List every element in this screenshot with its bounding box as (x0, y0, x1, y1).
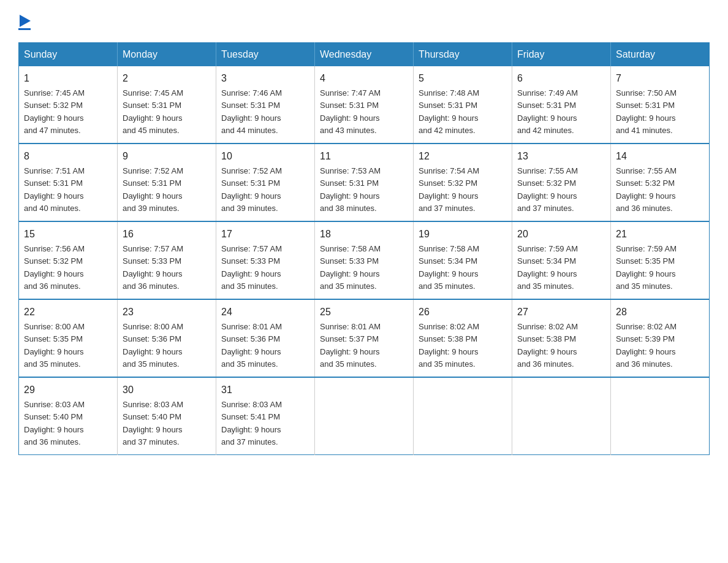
day-info: Sunrise: 7:59 AMSunset: 5:35 PMDaylight:… (616, 244, 677, 291)
calendar-cell (315, 377, 414, 455)
day-info: Sunrise: 7:47 AMSunset: 5:31 PMDaylight:… (320, 88, 381, 135)
day-info: Sunrise: 7:54 AMSunset: 5:32 PMDaylight:… (419, 166, 479, 213)
weekday-header-monday: Monday (118, 43, 216, 67)
logo-underline (18, 28, 31, 30)
day-info: Sunrise: 8:01 AMSunset: 5:36 PMDaylight:… (221, 322, 282, 369)
calendar-cell: 16 Sunrise: 7:57 AMSunset: 5:33 PMDaylig… (118, 221, 216, 299)
weekday-header-friday: Friday (512, 43, 611, 67)
day-info: Sunrise: 7:45 AMSunset: 5:31 PMDaylight:… (123, 88, 183, 135)
day-info: Sunrise: 7:58 AMSunset: 5:33 PMDaylight:… (320, 244, 381, 291)
weekday-header-row: SundayMondayTuesdayWednesdayThursdayFrid… (19, 43, 710, 67)
calendar-cell: 2 Sunrise: 7:45 AMSunset: 5:31 PMDayligh… (118, 66, 216, 144)
calendar-cell: 5 Sunrise: 7:48 AMSunset: 5:31 PMDayligh… (414, 66, 512, 144)
day-number: 15 (24, 227, 112, 242)
calendar-cell: 3 Sunrise: 7:46 AMSunset: 5:31 PMDayligh… (216, 66, 315, 144)
day-number: 20 (517, 227, 605, 242)
day-number: 5 (419, 71, 507, 86)
day-number: 30 (123, 383, 211, 397)
calendar-cell: 23 Sunrise: 8:00 AMSunset: 5:36 PMDaylig… (118, 299, 216, 377)
calendar-cell: 31 Sunrise: 8:03 AMSunset: 5:41 PMDaylig… (216, 377, 315, 455)
calendar-cell: 26 Sunrise: 8:02 AMSunset: 5:38 PMDaylig… (414, 299, 512, 377)
calendar-cell (414, 377, 512, 455)
calendar-table: SundayMondayTuesdayWednesdayThursdayFrid… (18, 42, 710, 455)
logo-arrow-icon (20, 15, 31, 27)
calendar-cell: 29 Sunrise: 8:03 AMSunset: 5:40 PMDaylig… (19, 377, 118, 455)
day-info: Sunrise: 7:49 AMSunset: 5:31 PMDaylight:… (517, 88, 578, 135)
calendar-cell: 6 Sunrise: 7:49 AMSunset: 5:31 PMDayligh… (512, 66, 611, 144)
day-number: 22 (24, 305, 112, 320)
day-number: 10 (221, 149, 309, 164)
calendar-week-3: 15 Sunrise: 7:56 AMSunset: 5:32 PMDaylig… (19, 221, 710, 299)
calendar-cell: 22 Sunrise: 8:00 AMSunset: 5:35 PMDaylig… (19, 299, 118, 377)
day-info: Sunrise: 7:45 AMSunset: 5:32 PMDaylight:… (24, 88, 85, 135)
calendar-cell: 24 Sunrise: 8:01 AMSunset: 5:36 PMDaylig… (216, 299, 315, 377)
day-info: Sunrise: 8:03 AMSunset: 5:40 PMDaylight:… (24, 400, 85, 446)
calendar-cell: 7 Sunrise: 7:50 AMSunset: 5:31 PMDayligh… (611, 66, 710, 144)
calendar-cell: 20 Sunrise: 7:59 AMSunset: 5:34 PMDaylig… (512, 221, 611, 299)
day-info: Sunrise: 7:58 AMSunset: 5:34 PMDaylight:… (419, 244, 479, 291)
day-number: 7 (616, 71, 704, 86)
calendar-cell: 9 Sunrise: 7:52 AMSunset: 5:31 PMDayligh… (118, 144, 216, 221)
day-info: Sunrise: 8:02 AMSunset: 5:38 PMDaylight:… (517, 322, 578, 369)
day-info: Sunrise: 8:03 AMSunset: 5:41 PMDaylight:… (221, 400, 282, 446)
weekday-header-saturday: Saturday (611, 43, 710, 67)
day-number: 11 (320, 149, 408, 164)
calendar-cell: 18 Sunrise: 7:58 AMSunset: 5:33 PMDaylig… (315, 221, 414, 299)
day-number: 4 (320, 71, 408, 86)
day-number: 18 (320, 227, 408, 242)
calendar-cell: 28 Sunrise: 8:02 AMSunset: 5:39 PMDaylig… (611, 299, 710, 377)
weekday-header-wednesday: Wednesday (315, 43, 414, 67)
day-info: Sunrise: 8:01 AMSunset: 5:37 PMDaylight:… (320, 322, 381, 369)
day-info: Sunrise: 7:55 AMSunset: 5:32 PMDaylight:… (616, 166, 677, 213)
day-info: Sunrise: 7:55 AMSunset: 5:32 PMDaylight:… (517, 166, 578, 213)
calendar-cell: 8 Sunrise: 7:51 AMSunset: 5:31 PMDayligh… (19, 144, 118, 221)
day-number: 23 (123, 305, 211, 320)
day-info: Sunrise: 7:52 AMSunset: 5:31 PMDaylight:… (123, 166, 183, 213)
day-number: 3 (221, 71, 309, 86)
day-number: 9 (123, 149, 211, 164)
day-info: Sunrise: 8:02 AMSunset: 5:38 PMDaylight:… (419, 322, 479, 369)
calendar-cell: 12 Sunrise: 7:54 AMSunset: 5:32 PMDaylig… (414, 144, 512, 221)
calendar-cell: 1 Sunrise: 7:45 AMSunset: 5:32 PMDayligh… (19, 66, 118, 144)
day-number: 14 (616, 149, 704, 164)
day-info: Sunrise: 7:51 AMSunset: 5:31 PMDaylight:… (24, 166, 85, 213)
calendar-cell: 15 Sunrise: 7:56 AMSunset: 5:32 PMDaylig… (19, 221, 118, 299)
weekday-header-tuesday: Tuesday (216, 43, 315, 67)
calendar-week-4: 22 Sunrise: 8:00 AMSunset: 5:35 PMDaylig… (19, 299, 710, 377)
day-info: Sunrise: 8:00 AMSunset: 5:36 PMDaylight:… (123, 322, 183, 369)
day-info: Sunrise: 7:57 AMSunset: 5:33 PMDaylight:… (123, 244, 183, 291)
svg-marker-0 (20, 15, 31, 27)
calendar-cell: 25 Sunrise: 8:01 AMSunset: 5:37 PMDaylig… (315, 299, 414, 377)
calendar-cell (512, 377, 611, 455)
day-number: 26 (419, 305, 507, 320)
calendar-cell: 13 Sunrise: 7:55 AMSunset: 5:32 PMDaylig… (512, 144, 611, 221)
day-number: 17 (221, 227, 309, 242)
day-info: Sunrise: 7:59 AMSunset: 5:34 PMDaylight:… (517, 244, 578, 291)
weekday-header-sunday: Sunday (19, 43, 118, 67)
day-number: 6 (517, 71, 605, 86)
day-info: Sunrise: 7:56 AMSunset: 5:32 PMDaylight:… (24, 244, 85, 291)
calendar-cell: 10 Sunrise: 7:52 AMSunset: 5:31 PMDaylig… (216, 144, 315, 221)
day-info: Sunrise: 7:52 AMSunset: 5:31 PMDaylight:… (221, 166, 282, 213)
day-number: 2 (123, 71, 211, 86)
day-number: 8 (24, 149, 112, 164)
day-number: 25 (320, 305, 408, 320)
day-number: 1 (24, 71, 112, 86)
calendar-cell: 21 Sunrise: 7:59 AMSunset: 5:35 PMDaylig… (611, 221, 710, 299)
day-number: 16 (123, 227, 211, 242)
page-header (18, 12, 710, 30)
day-info: Sunrise: 7:57 AMSunset: 5:33 PMDaylight:… (221, 244, 282, 291)
weekday-header-thursday: Thursday (414, 43, 512, 67)
day-info: Sunrise: 7:48 AMSunset: 5:31 PMDaylight:… (419, 88, 479, 135)
day-info: Sunrise: 7:46 AMSunset: 5:31 PMDaylight:… (221, 88, 282, 135)
day-number: 21 (616, 227, 704, 242)
day-info: Sunrise: 8:00 AMSunset: 5:35 PMDaylight:… (24, 322, 85, 369)
day-info: Sunrise: 8:02 AMSunset: 5:39 PMDaylight:… (616, 322, 677, 369)
calendar-cell: 4 Sunrise: 7:47 AMSunset: 5:31 PMDayligh… (315, 66, 414, 144)
day-number: 13 (517, 149, 605, 164)
calendar-cell: 14 Sunrise: 7:55 AMSunset: 5:32 PMDaylig… (611, 144, 710, 221)
calendar-week-2: 8 Sunrise: 7:51 AMSunset: 5:31 PMDayligh… (19, 144, 710, 221)
calendar-cell: 30 Sunrise: 8:03 AMSunset: 5:40 PMDaylig… (118, 377, 216, 455)
day-number: 19 (419, 227, 507, 242)
day-info: Sunrise: 7:50 AMSunset: 5:31 PMDaylight:… (616, 88, 677, 135)
